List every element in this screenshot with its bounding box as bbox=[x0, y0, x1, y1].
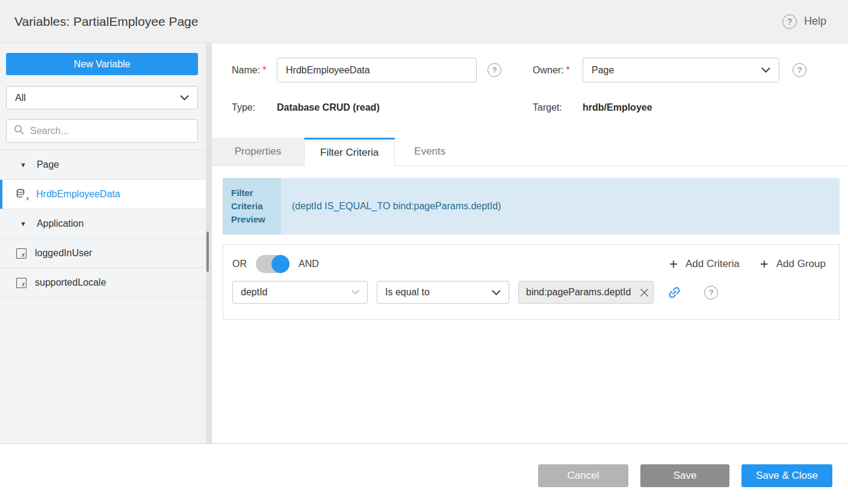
tab-filter-criteria[interactable]: Filter Criteria bbox=[304, 138, 395, 166]
or-and-toggle[interactable] bbox=[256, 255, 289, 273]
plus-icon: + bbox=[760, 257, 769, 271]
sidebar-scrollbar[interactable] bbox=[206, 43, 212, 443]
help-button[interactable]: ? Help bbox=[782, 14, 826, 29]
type-row: Type: Database CRUD (read) bbox=[232, 102, 380, 113]
chevron-down-icon bbox=[492, 290, 501, 295]
add-group-button[interactable]: + Add Group bbox=[760, 257, 826, 271]
help-label: Help bbox=[804, 15, 826, 28]
criteria-value-chip[interactable]: bind:pageParams.deptId bbox=[518, 281, 654, 304]
preview-expression: (deptId IS_EQUAL_TO bind:pageParams.dept… bbox=[281, 178, 840, 235]
cancel-button[interactable]: Cancel bbox=[538, 464, 628, 487]
criteria-condition-select[interactable]: Is equal to bbox=[377, 281, 509, 304]
editor-tabs: Properties Filter Criteria Events bbox=[212, 138, 848, 166]
owner-value: Page bbox=[592, 65, 614, 76]
filter-criteria-preview: Filter Criteria Preview (deptId IS_EQUAL… bbox=[223, 178, 840, 235]
criteria-help-icon[interactable]: ? bbox=[704, 286, 718, 300]
add-criteria-button[interactable]: + Add Criteria bbox=[669, 257, 740, 271]
save-button[interactable]: Save bbox=[640, 464, 729, 487]
variables-tree: ▼ Page x HrdbEmployeeData ▼ Application … bbox=[0, 150, 206, 298]
triangle-down-icon: ▼ bbox=[20, 221, 26, 227]
tree-group-label: Application bbox=[37, 218, 84, 229]
chevron-down-icon bbox=[180, 95, 189, 100]
save-and-close-button[interactable]: Save & Close bbox=[741, 464, 832, 487]
logic-toggle-group: OR AND bbox=[232, 255, 319, 273]
tree-item-label: loggedInUser bbox=[35, 248, 92, 259]
tree-item-label: supportedLocale bbox=[35, 277, 106, 288]
required-marker: * bbox=[566, 65, 570, 75]
chevron-down-icon bbox=[351, 290, 359, 295]
help-circle-icon: ? bbox=[782, 14, 797, 29]
name-field-row: Name:* ? bbox=[232, 58, 501, 82]
name-help-icon[interactable]: ? bbox=[487, 63, 501, 77]
chevron-down-icon bbox=[761, 67, 770, 73]
tree-item-label: HrdbEmployeeData bbox=[36, 189, 120, 200]
type-value: Database CRUD (read) bbox=[277, 102, 380, 113]
search-icon bbox=[14, 124, 24, 137]
database-crud-icon: x bbox=[16, 189, 28, 200]
criteria-group: OR AND + Add Criteria + Add Group deptId bbox=[223, 244, 840, 320]
variable-search-input[interactable] bbox=[30, 126, 190, 137]
target-value: hrdb/Employee bbox=[583, 102, 652, 113]
variable-editor-panel: Name:* ? Owner:* Page ? Type: Database C… bbox=[212, 43, 848, 443]
owner-label: Owner:* bbox=[533, 65, 583, 76]
variable-search-box bbox=[6, 119, 198, 143]
target-label: Target: bbox=[533, 102, 583, 113]
tree-group-page[interactable]: ▼ Page bbox=[0, 150, 206, 179]
required-marker: * bbox=[262, 65, 266, 75]
clear-value-icon[interactable] bbox=[639, 287, 649, 298]
new-variable-button[interactable]: New Variable bbox=[6, 53, 198, 75]
toggle-knob bbox=[271, 255, 289, 273]
dialog-footer: Cancel Save Save & Close bbox=[0, 443, 848, 504]
bind-expression: bind:pageParams.deptId bbox=[526, 287, 631, 298]
tab-properties[interactable]: Properties bbox=[212, 138, 304, 165]
model-variable-icon: x bbox=[16, 248, 26, 259]
triangle-down-icon: ▼ bbox=[20, 162, 26, 168]
dialog-header: Variables: PartialEmployee Page ? Help bbox=[0, 0, 848, 43]
scrollbar-thumb[interactable] bbox=[206, 232, 209, 272]
criteria-field-value: deptId bbox=[241, 287, 267, 298]
variable-filter-select[interactable]: All bbox=[6, 86, 198, 109]
tree-item-supportedlocale[interactable]: x supportedLocale bbox=[0, 268, 206, 297]
name-input[interactable] bbox=[277, 58, 477, 82]
target-row: Target: hrdb/Employee bbox=[533, 102, 652, 113]
owner-select[interactable]: Page bbox=[583, 58, 779, 82]
owner-help-icon[interactable]: ? bbox=[793, 63, 806, 77]
criteria-condition-value: Is equal to bbox=[385, 287, 430, 298]
and-label: AND bbox=[299, 259, 319, 269]
tab-events[interactable]: Events bbox=[395, 138, 465, 165]
criteria-field-select[interactable]: deptId bbox=[232, 281, 368, 304]
variables-sidebar: New Variable All ▼ Page x HrdbEmployeeDa… bbox=[0, 43, 206, 443]
tree-group-label: Page bbox=[37, 159, 59, 170]
type-label: Type: bbox=[232, 102, 277, 113]
variable-filter-value: All bbox=[15, 93, 26, 103]
model-variable-icon: x bbox=[16, 278, 26, 288]
tree-group-application[interactable]: ▼ Application bbox=[0, 209, 206, 238]
bind-link-icon[interactable] bbox=[667, 285, 682, 300]
preview-label: Filter Criteria Preview bbox=[223, 178, 281, 235]
name-label: Name:* bbox=[232, 65, 277, 76]
tree-item-loggedinuser[interactable]: x loggedInUser bbox=[0, 238, 206, 268]
owner-field-row: Owner:* Page ? bbox=[533, 58, 806, 82]
or-label: OR bbox=[232, 259, 247, 269]
page-title: Variables: PartialEmployee Page bbox=[14, 14, 198, 29]
tree-item-hrdbemployeedata[interactable]: x HrdbEmployeeData bbox=[0, 179, 206, 209]
plus-icon: + bbox=[669, 257, 678, 271]
